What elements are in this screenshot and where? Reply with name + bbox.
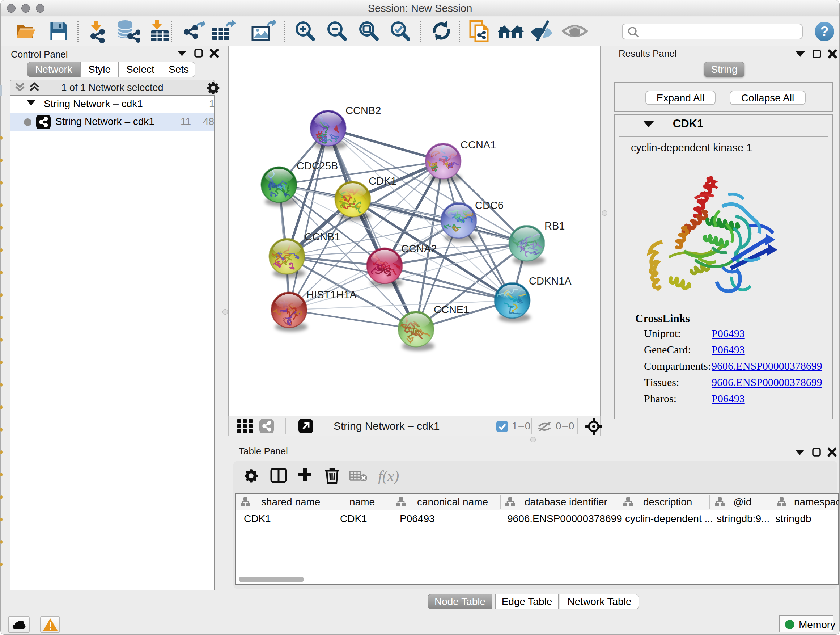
svg-text:CDC25B: CDC25B: [297, 160, 338, 172]
svg-text:CCNA1: CCNA1: [461, 139, 496, 150]
svg-text:CCNB2: CCNB2: [346, 105, 381, 116]
svg-text:CCNB1: CCNB1: [305, 231, 340, 242]
svg-text:HIST1H1A: HIST1H1A: [306, 289, 357, 301]
svg-text:CDKN1A: CDKN1A: [529, 275, 572, 287]
svg-text:RB1: RB1: [545, 220, 565, 232]
svg-text:CCNA2: CCNA2: [401, 243, 437, 255]
svg-text:CCNE1: CCNE1: [434, 304, 469, 315]
svg-text:CDK1: CDK1: [369, 175, 396, 187]
svg-text:CDC6: CDC6: [475, 200, 504, 211]
